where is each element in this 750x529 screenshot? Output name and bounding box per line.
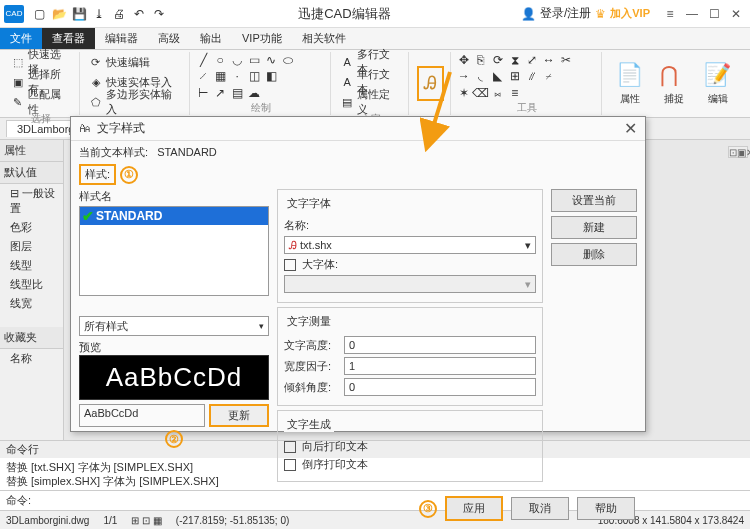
prop-lweight[interactable]: 线宽 [0, 294, 63, 313]
font-name-label: 名称: [284, 218, 338, 233]
line-icon[interactable]: ╱ [196, 53, 210, 67]
cloud-icon[interactable]: ☁ [247, 86, 261, 100]
mirror-icon[interactable]: ⧗ [508, 53, 522, 67]
big-snap[interactable]: ⋂ 捕捉 [652, 52, 696, 115]
preview-input[interactable]: AaBbCcDd [79, 404, 205, 427]
extend-icon[interactable]: → [457, 69, 471, 83]
text-style-dialog: 🗛文字样式 ✕ 当前文本样式: STANDARD 样式: ① 样式名 ✔STAN… [70, 116, 646, 432]
prop-ltype[interactable]: 线型 [0, 256, 63, 275]
dim-icon[interactable]: ⊢ [196, 86, 210, 100]
shx-icon: Ꭿ [289, 239, 297, 251]
break-icon[interactable]: ⌿ [542, 69, 556, 83]
preview-label: 预览 [79, 340, 269, 355]
annotation-marker-1: ① [120, 166, 138, 184]
prop-lscale[interactable]: 线型比 [0, 275, 63, 294]
big-props[interactable]: 📄 属性 [608, 52, 652, 115]
style-list-item-selected[interactable]: ✔STANDARD [80, 207, 268, 225]
undo-icon[interactable]: ↶ [130, 5, 148, 23]
help-button[interactable]: 帮助 [577, 497, 635, 520]
annotation-marker-3: ③ [419, 500, 437, 518]
menu-advanced[interactable]: 高级 [148, 28, 190, 49]
upside-label: 倒序打印文本 [302, 457, 368, 472]
redo-icon[interactable]: ↷ [150, 5, 168, 23]
minimize-button[interactable]: — [682, 5, 702, 23]
panel-fav-header: 收藏夹 [0, 327, 63, 349]
scale-icon[interactable]: ⤢ [525, 53, 539, 67]
width-input[interactable]: 1 [344, 357, 536, 375]
fillet-icon[interactable]: ◟ [474, 69, 488, 83]
text-style-button[interactable]: Ꭿ [418, 67, 443, 100]
explode-icon[interactable]: ✶ [457, 86, 471, 100]
prop-color[interactable]: 色彩 [0, 218, 63, 237]
new-button[interactable]: 新建 [551, 216, 637, 239]
erase-icon[interactable]: ⌫ [474, 86, 488, 100]
circle-icon[interactable]: ○ [213, 53, 227, 67]
annotation-marker-2: ② [165, 430, 183, 448]
offset-icon[interactable]: ⫽ [525, 69, 539, 83]
backward-checkbox[interactable] [284, 441, 296, 453]
print-icon[interactable]: 🖨 [110, 5, 128, 23]
dialog-close-button[interactable]: ✕ [624, 119, 637, 138]
menu-icon[interactable]: ≡ [660, 5, 680, 23]
upside-checkbox[interactable] [284, 459, 296, 471]
vip-link[interactable]: 加入VIP [610, 6, 650, 21]
style-list[interactable]: ✔STANDARD [79, 206, 269, 296]
array-icon[interactable]: ⊞ [508, 69, 522, 83]
menu-editor[interactable]: 编辑器 [95, 28, 148, 49]
hatch-icon[interactable]: ▦ [213, 69, 227, 83]
join-icon[interactable]: ⨝ [491, 86, 505, 100]
login-link[interactable]: 登录/注册 [540, 5, 591, 22]
panel-props-header: 属性 [0, 140, 63, 162]
attdef-icon: ▤ [340, 95, 354, 109]
table-icon[interactable]: ▤ [230, 86, 244, 100]
user-icon: 👤 [521, 7, 536, 21]
general-settings[interactable]: ⊟ 一般设置 [0, 184, 63, 218]
block-icon[interactable]: ◫ [247, 69, 261, 83]
menu-output[interactable]: 输出 [190, 28, 232, 49]
delete-button[interactable]: 删除 [551, 243, 637, 266]
height-input[interactable]: 0 [344, 336, 536, 354]
oblique-input[interactable]: 0 [344, 378, 536, 396]
snap-icon: ⋂ [660, 62, 688, 90]
set-current-button[interactable]: 设置当前 [551, 189, 637, 212]
region-icon[interactable]: ◧ [264, 69, 278, 83]
quick-edit[interactable]: ⟳快速编辑 [86, 54, 153, 71]
measure-group-label: 文字测量 [284, 314, 334, 329]
big-edit[interactable]: 📝 编辑 [696, 52, 740, 115]
arc-icon[interactable]: ◡ [230, 53, 244, 67]
polygon-input[interactable]: ⬠多边形实体输入 [86, 86, 185, 118]
open-icon[interactable]: 📂 [50, 5, 68, 23]
style-label-highlighted: 样式: [79, 164, 116, 185]
textstyle-icon: Ꭿ [424, 73, 437, 93]
panel-collapse-icon[interactable]: ⊡▣✕ [728, 146, 748, 158]
move-icon[interactable]: ✥ [457, 53, 471, 67]
bigfont-checkbox[interactable] [284, 259, 296, 271]
rotate-icon[interactable]: ⟳ [491, 53, 505, 67]
maximize-button[interactable]: ☐ [704, 5, 724, 23]
cancel-button[interactable]: 取消 [511, 497, 569, 520]
point-icon[interactable]: · [230, 69, 244, 83]
style-name-label: 样式名 [79, 189, 269, 204]
stretch-icon[interactable]: ↔ [542, 53, 556, 67]
align-icon[interactable]: ≡ [508, 86, 522, 100]
update-button[interactable]: 更新 [209, 404, 269, 427]
font-name-dropdown[interactable]: Ꭿ txt.shx▾ [284, 236, 536, 254]
width-label: 宽度因子: [284, 359, 338, 374]
save-icon[interactable]: 💾 [70, 5, 88, 23]
copy-icon[interactable]: ⎘ [474, 53, 488, 67]
trim-icon[interactable]: ✂ [559, 53, 573, 67]
chamfer-icon[interactable]: ◣ [491, 69, 505, 83]
current-style-value: STANDARD [157, 146, 217, 158]
menu-vip[interactable]: VIP功能 [232, 28, 292, 49]
new-icon[interactable]: ▢ [30, 5, 48, 23]
close-button[interactable]: ✕ [726, 5, 746, 23]
ellipse-icon[interactable]: ⬭ [281, 53, 295, 67]
prop-layer[interactable]: 图层 [0, 237, 63, 256]
leader-icon[interactable]: ↗ [213, 86, 227, 100]
apply-button[interactable]: 应用 [445, 496, 503, 521]
all-styles-dropdown[interactable]: 所有样式▾ [79, 316, 269, 336]
polyline-icon[interactable]: ⟋ [196, 69, 210, 83]
rect-icon[interactable]: ▭ [247, 53, 261, 67]
spline-icon[interactable]: ∿ [264, 53, 278, 67]
export-icon[interactable]: ⤓ [90, 5, 108, 23]
